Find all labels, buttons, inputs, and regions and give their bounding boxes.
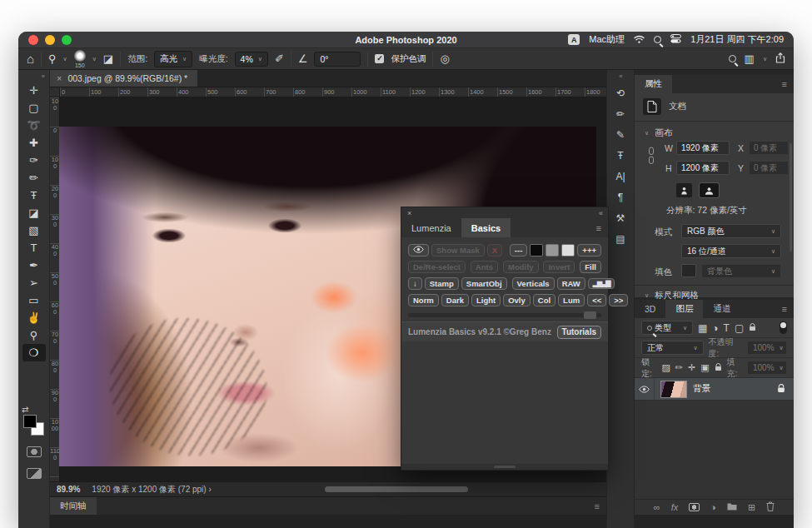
dock-collapse-icon[interactable]: ‹‹ <box>607 70 634 82</box>
previous-button[interactable]: << <box>587 294 606 306</box>
input-source-icon[interactable]: A <box>568 34 580 45</box>
lock-pixels-icon[interactable]: ✏ <box>675 363 683 372</box>
bit-depth-select[interactable]: 16 位/通道∨ <box>681 244 781 258</box>
selection-button[interactable]: Invert <box>543 261 575 273</box>
histogram-button[interactable]: ▂▆▃▇ <box>588 278 615 290</box>
close-icon[interactable]: × <box>407 209 411 217</box>
hand-tool[interactable]: ✌ <box>22 309 46 326</box>
document-info[interactable]: 1920 像素 x 1200 像素 (72 ppi) › <box>92 484 211 496</box>
airbrush-icon[interactable]: ✐ <box>275 53 284 64</box>
new-layer-icon[interactable]: ⊞ <box>748 502 755 513</box>
close-tab-icon[interactable]: × <box>57 73 62 83</box>
orientation-landscape-button[interactable] <box>700 183 719 197</box>
white-swatch[interactable] <box>561 244 575 257</box>
preview-eye-button[interactable] <box>408 244 429 257</box>
link-dimensions-icon[interactable] <box>648 147 655 167</box>
filter-pixel-layers-icon[interactable]: ▦ <box>698 323 707 333</box>
lock-position-icon[interactable]: ✛ <box>688 363 695 372</box>
lumenzia-slider[interactable] <box>408 313 601 317</box>
fill-button[interactable]: Fill <box>580 261 601 273</box>
tool-presets-panel-icon[interactable]: ⚒ <box>610 207 631 228</box>
tab-layers[interactable]: 图层 <box>665 300 703 318</box>
toolbar-collapse-icon[interactable]: » <box>18 70 49 82</box>
panel-scrollbar[interactable] <box>790 143 792 252</box>
layer-filter-select[interactable]: 类型∨ <box>641 321 693 335</box>
pressure-icon[interactable]: ◎ <box>440 53 449 64</box>
gradient-tool[interactable]: ▧ <box>22 222 46 239</box>
gray-swatch[interactable] <box>545 244 559 257</box>
doc-info-chevron-icon[interactable]: › <box>208 485 211 494</box>
spotlight-search-icon[interactable] <box>654 36 661 43</box>
delete-layer-icon[interactable] <box>766 501 775 513</box>
tab-3d[interactable]: 3D <box>635 300 665 318</box>
lock-all-icon[interactable] <box>715 363 722 373</box>
blend-mode-select[interactable]: 正常∨ <box>641 341 704 355</box>
angle-input[interactable]: 0° <box>314 52 361 67</box>
menubar-assistant-item[interactable]: Mac助理 <box>589 33 625 46</box>
path-select-tool[interactable]: ➢ <box>22 274 46 291</box>
opacity-select[interactable]: 100%∨ <box>747 341 787 355</box>
shape-tool[interactable]: ▭ <box>22 291 46 309</box>
selection-button[interactable]: Modify <box>503 261 539 273</box>
control-center-icon[interactable] <box>670 34 681 45</box>
horizontal-scrollbar[interactable] <box>325 486 468 492</box>
x-field[interactable]: 0 像素 <box>749 141 789 155</box>
cancel-x-button[interactable]: X <box>487 244 502 257</box>
mask-preset-button[interactable]: Light <box>471 294 501 306</box>
brushes-panel-icon[interactable]: ✎ <box>610 124 631 145</box>
lumenzia-resize-bar[interactable] <box>401 464 608 470</box>
menubar-clock[interactable]: 1月21日 周四 下午2:09 <box>690 33 784 46</box>
move-tool[interactable]: ✛ <box>22 82 46 99</box>
collapse-section-icon[interactable]: ∨ <box>645 130 649 137</box>
panel-menu-icon[interactable]: ≡ <box>782 300 794 318</box>
clone-stamp-tool[interactable]: Ŧ <box>22 187 46 204</box>
mask-preset-button[interactable]: Ovly <box>503 294 531 306</box>
width-field[interactable]: 1920 像素 <box>676 141 730 155</box>
search-icon[interactable] <box>729 55 736 62</box>
next-button[interactable]: >> <box>609 294 628 306</box>
lasso-tool[interactable]: ➰ <box>22 117 46 134</box>
brush-tool[interactable]: ✏ <box>22 169 46 187</box>
zoom-level-field[interactable]: 89.9% <box>57 485 80 494</box>
selection-button[interactable]: De/Re-select <box>408 261 466 273</box>
layer-row-background[interactable]: 背景 <box>635 378 794 401</box>
mask-preset-button[interactable]: Dark <box>441 294 469 306</box>
add-mask-icon[interactable] <box>689 503 700 511</box>
slider-handle[interactable] <box>584 311 596 319</box>
panel-menu-icon[interactable]: ≡ <box>596 218 608 237</box>
brush-preset-picker[interactable]: 150 <box>74 50 86 68</box>
marquee-tool[interactable]: ▢ <box>22 99 46 117</box>
filter-type-layers-icon[interactable]: T <box>724 323 730 333</box>
character-panel-icon[interactable]: A| <box>610 166 631 187</box>
clone-source-panel-icon[interactable]: Ŧ <box>610 145 631 166</box>
raw-button[interactable]: RAW <box>557 277 585 290</box>
smartobj-button[interactable]: SmartObj <box>461 277 507 290</box>
home-icon[interactable]: ⌂ <box>27 52 34 65</box>
paragraph-panel-icon[interactable]: ¶ <box>610 187 631 207</box>
pen-tool[interactable]: ✒ <box>22 257 46 274</box>
increase-button[interactable]: +++ <box>577 244 601 257</box>
tutorials-button[interactable]: Tutorials <box>557 326 601 339</box>
eyedropper-tool[interactable]: ✑ <box>22 152 46 169</box>
protect-tones-checkbox[interactable]: ✓ <box>375 54 384 63</box>
new-group-icon[interactable] <box>727 502 737 512</box>
link-layers-icon[interactable]: ∞ <box>654 502 660 512</box>
workspace-switcher-icon[interactable]: ▥ <box>745 53 755 64</box>
brush-settings-toggle-icon[interactable]: ◪ <box>103 53 113 64</box>
filter-shape-layers-icon[interactable]: ▢ <box>735 323 744 333</box>
history-panel-icon[interactable]: ⟲ <box>610 82 631 103</box>
layer-thumbnail[interactable] <box>660 381 687 398</box>
timeline-tab[interactable]: 时间轴 <box>50 497 97 515</box>
collapse-section-icon[interactable]: ∨ <box>645 292 649 299</box>
brush-settings-panel-icon[interactable]: ✏ <box>610 103 631 124</box>
exposure-select[interactable]: 4%∨ <box>235 52 268 67</box>
fill-source-select[interactable]: 背景色∨ <box>701 264 781 278</box>
decrease-button[interactable]: --- <box>510 244 528 257</box>
selection-button[interactable]: Ants <box>471 261 498 273</box>
share-icon[interactable] <box>775 52 785 65</box>
libraries-panel-icon[interactable]: ▤ <box>610 228 631 249</box>
range-select[interactable]: 高光∨ <box>154 51 192 67</box>
foreground-color-swatch[interactable] <box>23 415 37 428</box>
layer-visibility-eye-icon[interactable] <box>635 378 655 400</box>
healing-brush-tool[interactable]: ✚ <box>22 134 46 152</box>
